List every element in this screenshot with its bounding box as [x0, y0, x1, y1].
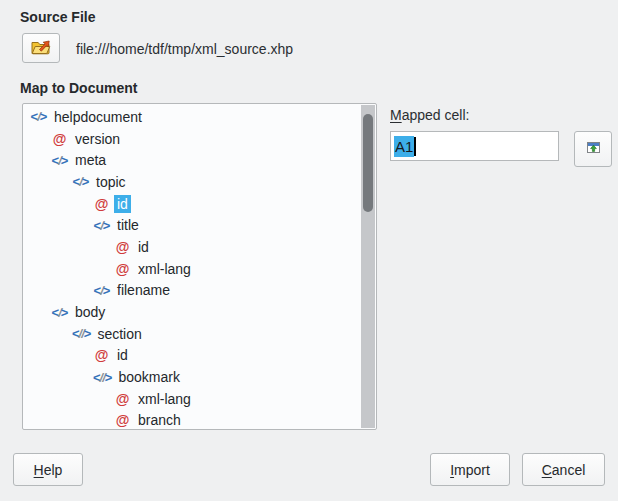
tree-item-label: meta — [72, 151, 109, 169]
element-icon: </> — [51, 305, 68, 320]
recurring-element-icon: <//> — [93, 370, 111, 385]
tree-item-label: id — [114, 346, 131, 364]
tree-item-label: filename — [114, 281, 173, 299]
open-folder-icon — [30, 38, 52, 59]
tree-item-label: id — [114, 195, 131, 213]
tree-item-bookmark[interactable]: <//>bookmark — [23, 366, 360, 388]
source-file-heading: Source File — [20, 9, 95, 25]
help-button[interactable]: Help — [13, 453, 83, 486]
tree-scrollbar[interactable] — [361, 105, 375, 428]
element-icon: </> — [72, 174, 89, 189]
recurring-element-icon: <//> — [72, 326, 90, 341]
attribute-icon: @ — [114, 239, 131, 255]
tree-item-label: xml-lang — [135, 390, 194, 408]
attribute-icon: @ — [114, 412, 131, 428]
tree-item-label: section — [94, 325, 144, 343]
attribute-icon: @ — [93, 196, 110, 212]
element-icon: </> — [93, 218, 110, 233]
cancel-button[interactable]: Cancel — [522, 453, 605, 486]
import-button[interactable]: Import — [430, 453, 510, 486]
shrink-icon — [585, 139, 602, 159]
map-to-document-heading: Map to Document — [20, 80, 137, 96]
element-icon: </> — [93, 283, 110, 298]
shrink-button[interactable] — [574, 131, 612, 167]
tree-item-xml-lang[interactable]: @xml-lang — [23, 258, 360, 280]
mapped-cell-input[interactable]: A1 — [390, 131, 559, 161]
tree-item-label: xml-lang — [135, 260, 194, 278]
tree-item-label: helpdocument — [51, 108, 145, 126]
mapped-cell-value: A1 — [394, 136, 414, 157]
element-icon: </> — [51, 153, 68, 168]
tree-item-helpdocument[interactable]: </>helpdocument — [23, 106, 360, 128]
tree-item-filename[interactable]: </>filename — [23, 280, 360, 302]
tree-item-id[interactable]: @id — [23, 193, 360, 215]
tree-item-topic[interactable]: </>topic — [23, 171, 360, 193]
attribute-icon: @ — [51, 131, 68, 147]
tree-item-label: topic — [93, 173, 129, 191]
tree-item-label: title — [114, 216, 142, 234]
tree-item-xml-lang[interactable]: @xml-lang — [23, 388, 360, 410]
tree-scrollbar-thumb[interactable] — [363, 114, 373, 212]
tree-item-branch[interactable]: @branch — [23, 410, 360, 430]
attribute-icon: @ — [93, 347, 110, 363]
tree-item-label: branch — [135, 411, 184, 429]
attribute-icon: @ — [114, 391, 131, 407]
text-caret — [414, 137, 416, 156]
source-file-path: file:///home/tdf/tmp/xml_source.xhp — [76, 41, 293, 57]
tree-item-body[interactable]: </>body — [23, 301, 360, 323]
tree-item-version[interactable]: @version — [23, 128, 360, 150]
tree-item-label: version — [72, 130, 123, 148]
tree-item-id[interactable]: @id — [23, 345, 360, 367]
xml-structure-tree[interactable]: </>helpdocument@version</>meta</>topic@i… — [22, 103, 377, 430]
tree-item-section[interactable]: <//>section — [23, 323, 360, 345]
tree-item-label: body — [72, 303, 108, 321]
tree-item-label: bookmark — [115, 368, 182, 386]
element-icon: </> — [30, 109, 47, 124]
tree-item-label: id — [135, 238, 152, 256]
tree-rows: </>helpdocument@version</>meta</>topic@i… — [23, 106, 360, 430]
tree-item-meta[interactable]: </>meta — [23, 149, 360, 171]
mapped-cell-label: Mapped cell: — [390, 107, 469, 123]
browse-source-file-button[interactable] — [22, 33, 60, 63]
tree-item-title[interactable]: </>title — [23, 214, 360, 236]
xml-source-dialog: { "source_file": { "section_label": "Sou… — [0, 0, 618, 501]
tree-item-id[interactable]: @id — [23, 236, 360, 258]
attribute-icon: @ — [114, 261, 131, 277]
